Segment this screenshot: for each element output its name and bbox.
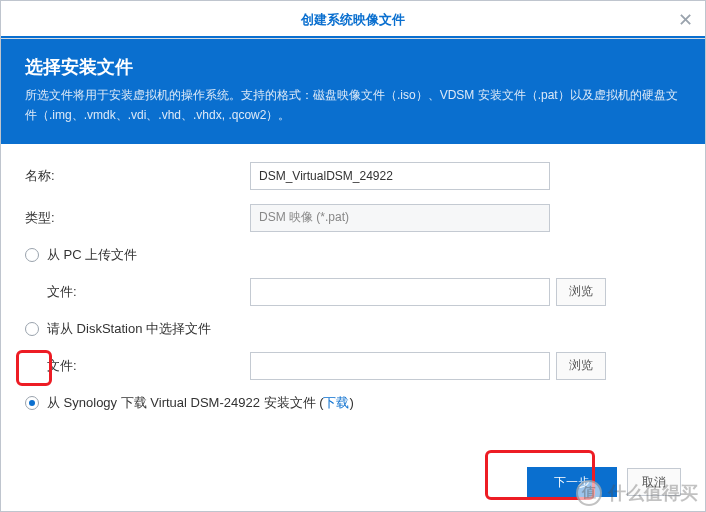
type-input — [250, 204, 550, 232]
titlebar: 创建系统映像文件 ✕ — [1, 1, 705, 39]
option-diskstation-label: 请从 DiskStation 中选择文件 — [47, 320, 211, 338]
option-download-text: 从 Synology 下载 Virtual DSM-24922 安装文件 ( — [47, 395, 323, 410]
option-download-synology[interactable]: 从 Synology 下载 Virtual DSM-24922 安装文件 (下载… — [25, 394, 681, 412]
close-icon[interactable]: ✕ — [678, 1, 693, 39]
file-input-ds[interactable] — [250, 352, 550, 380]
radio-icon[interactable] — [25, 396, 39, 410]
cancel-button[interactable]: 取消 — [627, 468, 681, 496]
row-file-pc: 文件: 浏览 — [25, 278, 681, 306]
create-image-dialog: 创建系统映像文件 ✕ 选择安装文件 所选文件将用于安装虚拟机的操作系统。支持的格… — [0, 0, 706, 512]
file-input-pc[interactable] — [250, 278, 550, 306]
next-button[interactable]: 下一步 — [527, 467, 617, 497]
radio-icon[interactable] — [25, 322, 39, 336]
download-link[interactable]: 下载 — [323, 395, 349, 410]
radio-icon[interactable] — [25, 248, 39, 262]
dialog-title: 创建系统映像文件 — [301, 11, 405, 29]
option-upload-pc-label: 从 PC 上传文件 — [47, 246, 137, 264]
browse-button-ds[interactable]: 浏览 — [556, 352, 606, 380]
row-name: 名称: — [25, 162, 681, 190]
type-label: 类型: — [25, 209, 250, 227]
option-download-text-suffix: ) — [349, 395, 353, 410]
name-input[interactable] — [250, 162, 550, 190]
option-upload-pc[interactable]: 从 PC 上传文件 — [25, 246, 681, 264]
wizard-title: 选择安装文件 — [25, 55, 681, 79]
row-type: 类型: — [25, 204, 681, 232]
wizard-description: 所选文件将用于安装虚拟机的操作系统。支持的格式：磁盘映像文件（.iso）、VDS… — [25, 85, 681, 126]
wizard-header: 选择安装文件 所选文件将用于安装虚拟机的操作系统。支持的格式：磁盘映像文件（.i… — [1, 39, 705, 144]
option-diskstation[interactable]: 请从 DiskStation 中选择文件 — [25, 320, 681, 338]
row-file-ds: 文件: 浏览 — [25, 352, 681, 380]
name-label: 名称: — [25, 167, 250, 185]
browse-button-pc[interactable]: 浏览 — [556, 278, 606, 306]
file-label-pc: 文件: — [25, 283, 250, 301]
dialog-footer: 下一步 取消 — [1, 453, 705, 511]
file-label-ds: 文件: — [25, 357, 250, 375]
option-download-label: 从 Synology 下载 Virtual DSM-24922 安装文件 (下载… — [47, 394, 354, 412]
form-body: 名称: 类型: 从 PC 上传文件 文件: 浏览 请从 DiskStation … — [1, 144, 705, 453]
